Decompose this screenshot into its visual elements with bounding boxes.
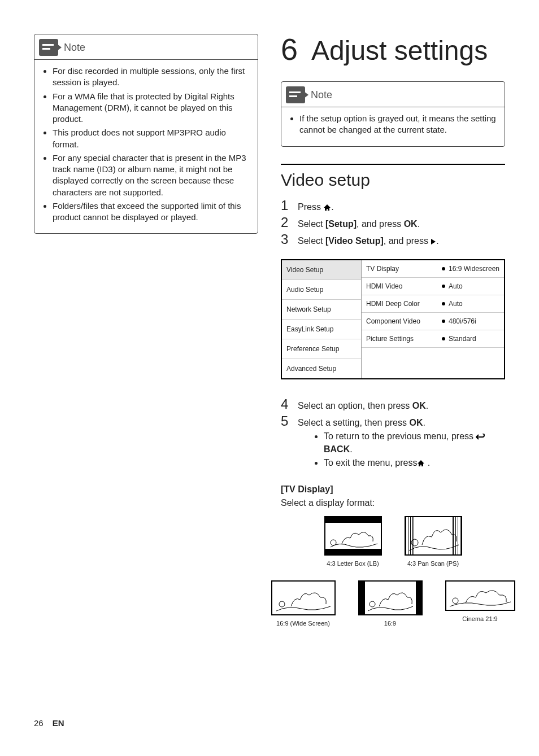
option-label: [TV Display] bbox=[281, 484, 505, 495]
option-desc: Select a display format: bbox=[281, 498, 505, 508]
page-number: 26 bbox=[34, 718, 44, 728]
bullet-icon bbox=[442, 337, 445, 340]
page-lang: EN bbox=[53, 718, 64, 728]
right-column: 6 Adjust settings Note If the setup opti… bbox=[281, 34, 505, 627]
steps-list: 1 Press . 2 Select [Setup], and press OK… bbox=[281, 198, 505, 248]
section-rule bbox=[281, 164, 505, 165]
note-item: For any special character that is presen… bbox=[53, 152, 250, 198]
menu-cat-easylink: EasyLink Setup bbox=[282, 320, 361, 339]
fig-letterbox: 4:3 Letter Box (LB) bbox=[324, 516, 382, 567]
step-number: 2 bbox=[281, 215, 290, 230]
note-title: Note bbox=[311, 89, 332, 101]
right-arrow-icon bbox=[431, 238, 436, 245]
step-text: Select [Setup], and press OK. bbox=[298, 218, 505, 230]
bullet-icon bbox=[442, 302, 445, 305]
tv-icon bbox=[405, 516, 462, 556]
fig-caption: 4:3 Pan Scan (PS) bbox=[405, 560, 462, 567]
tv-icon bbox=[445, 580, 515, 611]
settings-menu-categories: Video Setup Audio Setup Network Setup Ea… bbox=[282, 260, 362, 378]
menu-cat-preference: Preference Setup bbox=[282, 339, 361, 359]
left-column: Note For disc recorded in multiple sessi… bbox=[34, 34, 258, 627]
fig-caption: 4:3 Letter Box (LB) bbox=[324, 560, 382, 567]
steps-list-2: 4 Select an option, then press OK. 5 Sel… bbox=[281, 396, 505, 473]
tv-icon bbox=[271, 580, 336, 615]
bullet-icon bbox=[442, 267, 445, 270]
note-box-left: Note For disc recorded in multiple sessi… bbox=[34, 34, 258, 234]
menu-cat-video: Video Setup bbox=[282, 260, 361, 280]
home-icon bbox=[417, 460, 425, 467]
settings-menu: Video Setup Audio Setup Network Setup Ea… bbox=[281, 259, 505, 379]
chapter-heading: 6 Adjust settings bbox=[281, 34, 505, 64]
step-number: 1 bbox=[281, 198, 290, 213]
tv-icon bbox=[324, 516, 382, 556]
note-list: If the setup option is grayed out, it me… bbox=[289, 113, 497, 136]
section-heading: Video setup bbox=[281, 171, 505, 190]
step-number: 3 bbox=[281, 231, 290, 247]
note-icon bbox=[39, 39, 58, 56]
page-footer: 26 EN bbox=[34, 718, 64, 728]
note-item: For disc recorded in multiple sessions, … bbox=[53, 65, 250, 89]
fig-caption: 16:9 bbox=[358, 620, 423, 627]
tv-figures-row1: 4:3 Letter Box (LB) 4:3 Pan Scan (PS) bbox=[281, 516, 505, 567]
svg-point-3 bbox=[370, 601, 375, 607]
sub-steps: To return to the previous menu, press BA… bbox=[298, 430, 505, 469]
menu-cat-network: Network Setup bbox=[282, 300, 361, 320]
note-icon bbox=[286, 86, 305, 103]
note-title: Note bbox=[64, 42, 85, 54]
menu-cat-audio: Audio Setup bbox=[282, 280, 361, 300]
step-text: Press . bbox=[298, 201, 505, 213]
menu-cat-advanced: Advanced Setup bbox=[282, 359, 361, 378]
chapter-number: 6 bbox=[281, 34, 298, 64]
note-box-right: Note If the setup option is grayed out, … bbox=[281, 81, 505, 147]
tv-icon bbox=[358, 580, 423, 615]
step-text: Select an option, then press OK. bbox=[298, 400, 505, 412]
sub-step: To exit the menu, press . bbox=[324, 457, 505, 469]
step-number: 4 bbox=[281, 396, 290, 412]
tv-figures-row2: 16:9 (Wide Screen) 16:9 Cinema 21:9 bbox=[281, 580, 505, 627]
note-item: If the setup option is grayed out, it me… bbox=[299, 113, 497, 136]
step-text: Select [Video Setup], and press . bbox=[298, 235, 505, 247]
bullet-icon bbox=[442, 285, 445, 288]
settings-menu-options: TV Display16:9 Widescreen HDMI VideoAuto… bbox=[362, 260, 504, 378]
fig-cinema219: Cinema 21:9 bbox=[445, 580, 515, 627]
fig-panscan: 4:3 Pan Scan (PS) bbox=[405, 516, 462, 567]
fig-widescreen: 16:9 (Wide Screen) bbox=[271, 580, 336, 627]
fig-caption: Cinema 21:9 bbox=[445, 615, 515, 622]
back-icon bbox=[476, 434, 485, 440]
sub-step: To return to the previous menu, press BA… bbox=[324, 430, 505, 456]
note-item: Folders/files that exceed the supported … bbox=[53, 200, 250, 224]
home-icon bbox=[323, 204, 331, 211]
fig-caption: 16:9 (Wide Screen) bbox=[271, 620, 336, 627]
svg-point-2 bbox=[279, 601, 285, 607]
step-text: Select a setting, then press OK. To retu… bbox=[298, 417, 505, 473]
bullet-icon bbox=[442, 320, 445, 323]
note-item: This product does not support MP3PRO aud… bbox=[53, 127, 250, 150]
note-item: For a WMA file that is protected by Digi… bbox=[53, 91, 250, 125]
note-list: For disc recorded in multiple sessions, … bbox=[42, 65, 250, 223]
chapter-title: Adjust settings bbox=[311, 37, 488, 64]
svg-point-1 bbox=[411, 539, 418, 546]
step-number: 5 bbox=[281, 413, 290, 429]
fig-16-9: 16:9 bbox=[358, 580, 423, 627]
svg-point-4 bbox=[453, 598, 458, 604]
